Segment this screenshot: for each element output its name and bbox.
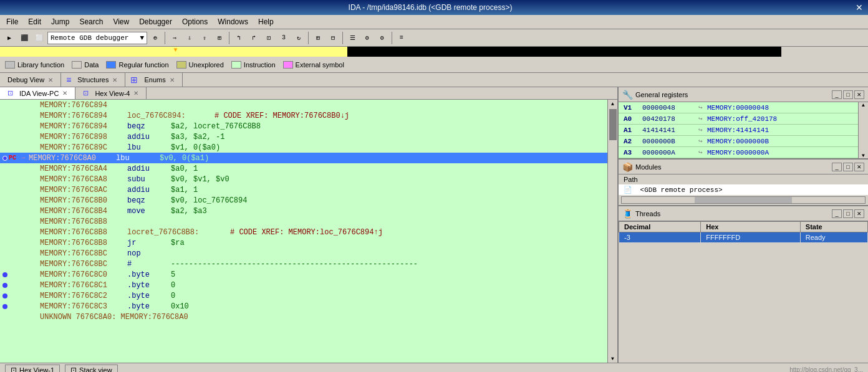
tab-hex-view[interactable]: ⊡ Hex View-4 ✕: [75, 87, 147, 99]
tab-ida-view[interactable]: ⊡ IDA View-PC ✕: [0, 87, 75, 99]
code-row: UNKNOWN 7676C8A0: MEMORY:7676C8A0: [0, 312, 607, 322]
tab-debug-view[interactable]: Debug View ✕: [0, 73, 61, 87]
tab-close-enums[interactable]: ✕: [170, 77, 175, 83]
toolbar-btn-5[interactable]: ⊞: [213, 31, 226, 45]
menu-item-file[interactable]: File: [2, 16, 22, 27]
scroll-thumb[interactable]: [609, 109, 617, 140]
toolbar-btn-11[interactable]: ⊞: [311, 31, 325, 45]
title-bar: IDA - /tmp/ida98146.idb (<GDB remote pro…: [0, 0, 868, 15]
reg-row-a0: A0 00420178 ↪ MEMORY:off_420178: [619, 113, 858, 125]
tab-structures[interactable]: ≡ Structures ✕: [61, 73, 125, 87]
menu-item-windows[interactable]: Windows: [214, 16, 252, 27]
toolbar-btn-14[interactable]: ⚙: [360, 31, 374, 45]
menu-item-debugger[interactable]: Debugger: [135, 16, 176, 27]
code-row: MEMORY:7676C898 addiu $a3, $a2, -1: [0, 131, 607, 142]
toolbar-btn-13[interactable]: ☰: [345, 31, 359, 45]
tab-close-hex[interactable]: ✕: [133, 90, 138, 97]
col-hex: Hex: [701, 222, 801, 232]
toolbar-btn-3[interactable]: ⇩: [183, 31, 196, 45]
toolbar-btn-4[interactable]: ⇪: [198, 31, 211, 45]
legend-library: Library function: [5, 61, 64, 69]
code-row: MEMORY:7676C894: [0, 100, 607, 110]
status-tab-hex[interactable]: ⊡ Hex View-1: [5, 365, 60, 373]
mod-min-btn[interactable]: _: [832, 163, 842, 171]
menu-item-edit[interactable]: Edit: [24, 16, 45, 27]
modules-title: Modules: [635, 163, 662, 171]
code-row-current[interactable]: PC → MEMORY:7676C8A0 lbu $v0, 0($a1): [0, 153, 607, 163]
toolbar-btn-15[interactable]: ⚙: [375, 31, 389, 45]
status-url: http://blog.csdn.net/qq_3...: [789, 366, 863, 372]
code-row: MEMORY:7676C8B8 locret_7676C8B8: # CODE …: [0, 227, 607, 237]
thr-close-btn[interactable]: ✕: [854, 209, 864, 218]
code-scrollbar[interactable]: ▲ ▼: [607, 100, 617, 363]
code-row: MEMORY:7676C8BC # ----------------------…: [0, 259, 607, 269]
reg-max-btn[interactable]: □: [843, 90, 853, 99]
menu-item-help[interactable]: Help: [254, 16, 277, 27]
toolbar-btn-9[interactable]: 3: [277, 31, 291, 45]
tab-close-debug[interactable]: ✕: [48, 77, 53, 83]
mod-max-btn[interactable]: □: [843, 163, 853, 171]
reg-row-a3: A3 0000000A ↪ MEMORY:0000000A: [619, 147, 858, 158]
code-row: MEMORY:7676C8B8 jr $ra: [0, 237, 607, 248]
menu-item-options[interactable]: Options: [178, 16, 211, 27]
play-button[interactable]: ▶: [2, 31, 16, 45]
reg-row-a1: A1 41414141 ↪ MEMORY:41414141: [619, 125, 858, 136]
close-button[interactable]: ✕: [856, 2, 863, 12]
code-row: MEMORY:7676C8B8: [0, 216, 607, 227]
toolbar-btn-6[interactable]: ↰: [232, 31, 246, 45]
toolbar-btn-12[interactable]: ⊟: [326, 31, 340, 45]
toolbar: ▶ ⬛ ⬜ Remote GDB debugger ▼ ⊕ ⇒ ⇩ ⇪ ⊞ ↰ …: [0, 29, 868, 47]
mod-close-btn[interactable]: ✕: [854, 163, 864, 171]
thr-max-btn[interactable]: □: [843, 209, 853, 218]
code-area[interactable]: MEMORY:7676C894 MEMORY:7676C894 loc_7676…: [0, 100, 607, 363]
tab-enums[interactable]: ⊞ Enums ✕: [125, 73, 182, 87]
reg-min-btn[interactable]: _: [832, 90, 842, 99]
scroll-down-btn[interactable]: ▼: [610, 355, 615, 363]
toolbar-btn-16[interactable]: ≡: [395, 31, 408, 45]
legend-data: Data: [72, 61, 99, 69]
thr-min-btn[interactable]: _: [832, 209, 842, 218]
toolbar-btn-7[interactable]: ↱: [247, 31, 261, 45]
code-row: MEMORY:7676C894 beqz $a2, locret_7676C8B…: [0, 121, 607, 131]
toolbar-btn-2[interactable]: ⇒: [168, 31, 181, 45]
stop-button[interactable]: ⬛: [17, 31, 31, 45]
legend-external: External symbol: [283, 61, 344, 69]
tab-close-structures[interactable]: ✕: [112, 77, 117, 83]
threads-panel: 🧵 Threads _ □ ✕ Decimal Hex State: [619, 206, 868, 363]
pause-button[interactable]: ⬜: [32, 31, 46, 45]
menu-item-search[interactable]: Search: [75, 16, 107, 27]
reg-scroll-up[interactable]: ▲: [859, 102, 868, 108]
top-tab-bar: Debug View ✕ ≡ Structures ✕ ⊞ Enums ✕: [0, 73, 868, 87]
modules-scrollbar-thumb: [695, 197, 792, 203]
scroll-up-btn[interactable]: ▲: [610, 100, 615, 108]
code-row: MEMORY:7676C8C1 .byte 0: [0, 280, 607, 290]
code-row: MEMORY:7676C89C lbu $v1, 0($a0): [0, 142, 607, 153]
ida-pane: ⊡ IDA View-PC ✕ ⊡ Hex View-4 ✕ MEMORY:76…: [0, 87, 619, 363]
legend-instruction: Instruction: [231, 61, 276, 69]
threads-table: Decimal Hex State -3 FFFFFFFD Ready: [619, 221, 868, 243]
modules-row: 📄 <GDB remote process>: [619, 184, 868, 195]
status-tab-stack[interactable]: ⊡ Stack view: [65, 365, 118, 373]
toolbar-btn-10[interactable]: ↻: [292, 31, 306, 45]
modules-scrollbar[interactable]: [621, 196, 866, 204]
reg-close-btn[interactable]: ✕: [854, 90, 864, 99]
reg-scrollbar[interactable]: ▲ ▼: [858, 102, 868, 158]
col-decimal: Decimal: [619, 222, 701, 232]
toolbar-btn-1[interactable]: ⊕: [148, 31, 162, 45]
reg-scroll-down[interactable]: ▼: [859, 153, 868, 158]
status-bar: ⊡ Hex View-1 ⊡ Stack view http://blog.cs…: [0, 363, 868, 372]
menu-item-view[interactable]: View: [109, 16, 133, 27]
right-panel: 🔧 General registers _ □ ✕ V1 00000048 ↪ …: [619, 87, 868, 363]
registers-title-bar: 🔧 General registers _ □ ✕: [619, 87, 868, 102]
title-text: IDA - /tmp/ida98146.idb (<GDB remote pro…: [5, 3, 856, 12]
tab-close-ida[interactable]: ✕: [62, 90, 67, 97]
code-row: MEMORY:7676C8BC nop: [0, 248, 607, 259]
menu-item-jump[interactable]: Jump: [47, 16, 73, 27]
debugger-dropdown[interactable]: Remote GDB debugger ▼: [47, 32, 147, 44]
reg-row-v1: V1 00000048 ↪ MEMORY:00000048: [619, 102, 858, 113]
thread-row[interactable]: -3 FFFFFFFD Ready: [619, 232, 868, 243]
toolbar-btn-8[interactable]: ⊡: [262, 31, 276, 45]
menu-bar: FileEditJumpSearchViewDebuggerOptionsWin…: [0, 15, 868, 29]
code-row: MEMORY:7676C8AC addiu $a1, 1: [0, 184, 607, 195]
code-row: MEMORY:7676C8C3 .byte 0x10: [0, 301, 607, 312]
